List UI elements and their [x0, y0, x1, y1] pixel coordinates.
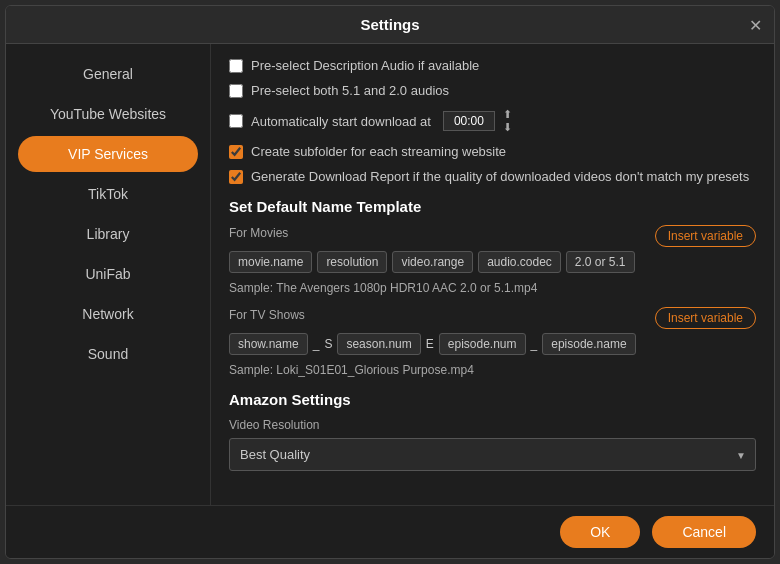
time-stepper[interactable]: ⬆⬇ — [503, 108, 512, 134]
checkbox-preselect-51: Pre-select both 5.1 and 2.0 audios — [229, 83, 756, 98]
tv-e-label: E — [426, 337, 434, 351]
dialog-footer: OK Cancel — [6, 505, 774, 558]
checkbox-create-subfolder: Create subfolder for each streaming webs… — [229, 144, 756, 159]
create-subfolder-label: Create subfolder for each streaming webs… — [251, 144, 506, 159]
resolution-select-wrap: Best Quality 1080p 720p 480p — [229, 438, 756, 471]
name-template-title: Set Default Name Template — [229, 198, 756, 215]
preselect-51-checkbox[interactable] — [229, 84, 243, 98]
sidebar-item-tiktok[interactable]: TikTok — [6, 174, 210, 214]
preselect-desc-checkbox[interactable] — [229, 59, 243, 73]
preselect-51-label: Pre-select both 5.1 and 2.0 audios — [251, 83, 449, 98]
close-button[interactable]: ✕ — [749, 15, 762, 34]
movies-tags: movie.name resolution video.range audio.… — [229, 251, 756, 273]
movie-tag-name: movie.name — [229, 251, 312, 273]
dialog-header: Settings ✕ — [6, 6, 774, 44]
tv-tag-episodename: episode.name — [542, 333, 635, 355]
cancel-button[interactable]: Cancel — [652, 516, 756, 548]
create-subfolder-checkbox[interactable] — [229, 145, 243, 159]
amazon-title: Amazon Settings — [229, 391, 756, 408]
auto-download-checkbox[interactable] — [229, 114, 243, 128]
tvshows-sample: Sample: Loki_S01E01_Glorious Purpose.mp4 — [229, 363, 756, 377]
tv-tag-episodenum: episode.num — [439, 333, 526, 355]
tv-s-label: S — [324, 337, 332, 351]
tv-tag-showname: show.name — [229, 333, 308, 355]
movies-sample-prefix: Sample: — [229, 281, 276, 295]
sidebar-item-vip[interactable]: VIP Services — [18, 136, 198, 172]
checkbox-preselect-desc: Pre-select Description Audio if availabl… — [229, 58, 756, 73]
sidebar-item-general[interactable]: General — [6, 54, 210, 94]
movies-sample: Sample: The Avengers 1080p HDR10 AAC 2.0… — [229, 281, 756, 295]
movies-header: For Movies Insert variable — [229, 225, 756, 247]
preselect-desc-label: Pre-select Description Audio if availabl… — [251, 58, 479, 73]
resolution-label: Video Resolution — [229, 418, 756, 432]
amazon-section: Amazon Settings Video Resolution Best Qu… — [229, 391, 756, 471]
tv-separator-1: _ — [313, 337, 320, 351]
resolution-select[interactable]: Best Quality 1080p 720p 480p — [229, 438, 756, 471]
sidebar: General YouTube Websites VIP Services Ti… — [6, 44, 211, 505]
movie-tag-resolution: resolution — [317, 251, 387, 273]
sidebar-item-network[interactable]: Network — [6, 294, 210, 334]
sidebar-item-library[interactable]: Library — [6, 214, 210, 254]
tvshows-insert-btn[interactable]: Insert variable — [655, 307, 756, 329]
movies-label: For Movies — [229, 226, 288, 240]
movie-tag-audio: 2.0 or 5.1 — [566, 251, 635, 273]
generate-report-checkbox[interactable] — [229, 170, 243, 184]
settings-dialog: Settings ✕ General YouTube Websites VIP … — [5, 5, 775, 559]
tvshows-header: For TV Shows Insert variable — [229, 307, 756, 329]
sidebar-item-unifab[interactable]: UniFab — [6, 254, 210, 294]
auto-download-time[interactable] — [443, 111, 495, 131]
movie-tag-audiocodec: audio.codec — [478, 251, 561, 273]
tvshows-sample-prefix: Sample: — [229, 363, 276, 377]
tvshows-label: For TV Shows — [229, 308, 305, 322]
generate-report-label: Generate Download Report if the quality … — [251, 169, 749, 184]
sidebar-item-youtube[interactable]: YouTube Websites — [6, 94, 210, 134]
movies-insert-btn[interactable]: Insert variable — [655, 225, 756, 247]
auto-download-label: Automatically start download at — [251, 114, 431, 129]
tv-separator-2: _ — [531, 337, 538, 351]
movies-sample-value: The Avengers 1080p HDR10 AAC 2.0 or 5.1.… — [276, 281, 537, 295]
checkbox-auto-download: Automatically start download at ⬆⬇ — [229, 108, 756, 134]
movie-tag-videorange: video.range — [392, 251, 473, 273]
tv-tag-seasonnum: season.num — [337, 333, 420, 355]
content-area: Pre-select Description Audio if availabl… — [211, 44, 774, 505]
tvshows-tags: show.name _ S season.num E episode.num _… — [229, 333, 756, 355]
checkbox-generate-report: Generate Download Report if the quality … — [229, 169, 756, 184]
ok-button[interactable]: OK — [560, 516, 640, 548]
tvshows-sample-value: Loki_S01E01_Glorious Purpose.mp4 — [276, 363, 473, 377]
dialog-body: General YouTube Websites VIP Services Ti… — [6, 44, 774, 505]
dialog-title: Settings — [360, 16, 419, 33]
sidebar-item-sound[interactable]: Sound — [6, 334, 210, 374]
